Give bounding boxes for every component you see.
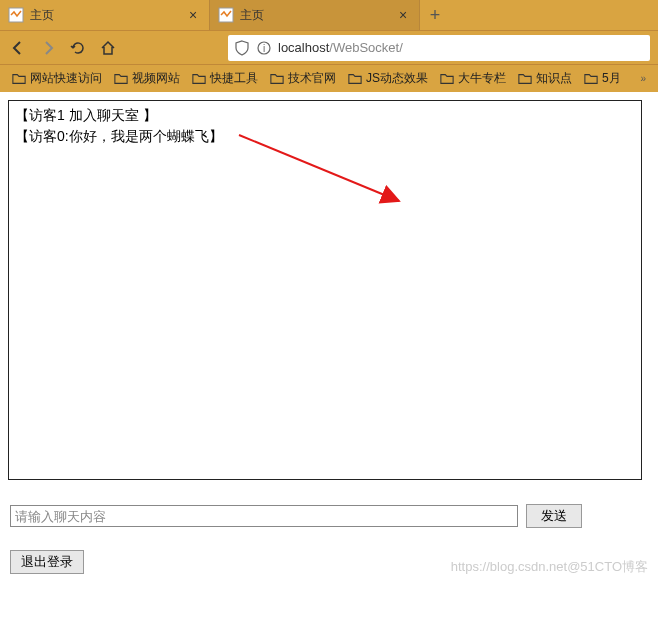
bookmark-label: 知识点 <box>536 70 572 87</box>
bookmark-item[interactable]: 网站快速访问 <box>8 68 106 89</box>
folder-icon <box>440 72 454 86</box>
browser-tab-1[interactable]: 主页 × <box>210 0 420 30</box>
tab-title: 主页 <box>240 7 395 24</box>
bookmark-label: 视频网站 <box>132 70 180 87</box>
tab-favicon <box>218 7 234 23</box>
bookmark-label: 大牛专栏 <box>458 70 506 87</box>
watermark: https://blog.csdn.net@51CTO博客 <box>451 558 648 576</box>
reload-button[interactable] <box>68 38 88 58</box>
close-icon[interactable]: × <box>185 7 201 23</box>
bookmark-item[interactable]: 技术官网 <box>266 68 340 89</box>
tab-favicon <box>8 7 24 23</box>
svg-text:i: i <box>263 43 265 54</box>
chat-input[interactable] <box>10 505 518 527</box>
page-content: 【访客1 加入聊天室 】 【访客0:你好，我是两个蝴蝶飞】 发送 退出登录 ht… <box>0 92 658 582</box>
folder-icon <box>12 72 26 86</box>
folder-icon <box>270 72 284 86</box>
bookmark-item[interactable]: 5月 <box>580 68 625 89</box>
new-tab-button[interactable]: + <box>420 0 450 30</box>
folder-icon <box>114 72 128 86</box>
home-button[interactable] <box>98 38 118 58</box>
bookmark-item[interactable]: 视频网站 <box>110 68 184 89</box>
close-icon[interactable]: × <box>395 7 411 23</box>
shield-icon <box>234 40 250 56</box>
tab-bar: 主页 × 主页 × + <box>0 0 658 30</box>
bookmark-label: JS动态效果 <box>366 70 428 87</box>
chat-input-row: 发送 <box>8 504 650 528</box>
send-button[interactable]: 发送 <box>526 504 582 528</box>
chat-messages-box: 【访客1 加入聊天室 】 【访客0:你好，我是两个蝴蝶飞】 <box>8 100 642 480</box>
folder-icon <box>192 72 206 86</box>
back-button[interactable] <box>8 38 28 58</box>
url-text: localhost/WebSocket/ <box>278 40 644 55</box>
bookmark-label: 网站快速访问 <box>30 70 102 87</box>
bookmarks-bar: 网站快速访问 视频网站 快捷工具 技术官网 JS动态效果 大牛专栏 知识点 5月… <box>0 64 658 92</box>
info-icon[interactable]: i <box>256 40 272 56</box>
bookmark-item[interactable]: JS动态效果 <box>344 68 432 89</box>
bookmark-item[interactable]: 快捷工具 <box>188 68 262 89</box>
nav-bar: i localhost/WebSocket/ <box>0 30 658 64</box>
forward-button[interactable] <box>38 38 58 58</box>
logout-button[interactable]: 退出登录 <box>10 550 84 574</box>
bookmark-item[interactable]: 大牛专栏 <box>436 68 510 89</box>
browser-tab-0[interactable]: 主页 × <box>0 0 210 30</box>
url-bar[interactable]: i localhost/WebSocket/ <box>228 35 650 61</box>
bookmark-item[interactable]: 知识点 <box>514 68 576 89</box>
annotation-arrow <box>19 111 639 481</box>
chat-message: 【访客0:你好，我是两个蝴蝶飞】 <box>15 126 635 147</box>
bookmark-label: 技术官网 <box>288 70 336 87</box>
folder-icon <box>348 72 362 86</box>
chat-message: 【访客1 加入聊天室 】 <box>15 105 635 126</box>
folder-icon <box>584 72 598 86</box>
bookmark-label: 快捷工具 <box>210 70 258 87</box>
bookmark-label: 5月 <box>602 70 621 87</box>
tab-title: 主页 <box>30 7 185 24</box>
bookmarks-overflow[interactable]: » <box>636 73 650 84</box>
folder-icon <box>518 72 532 86</box>
